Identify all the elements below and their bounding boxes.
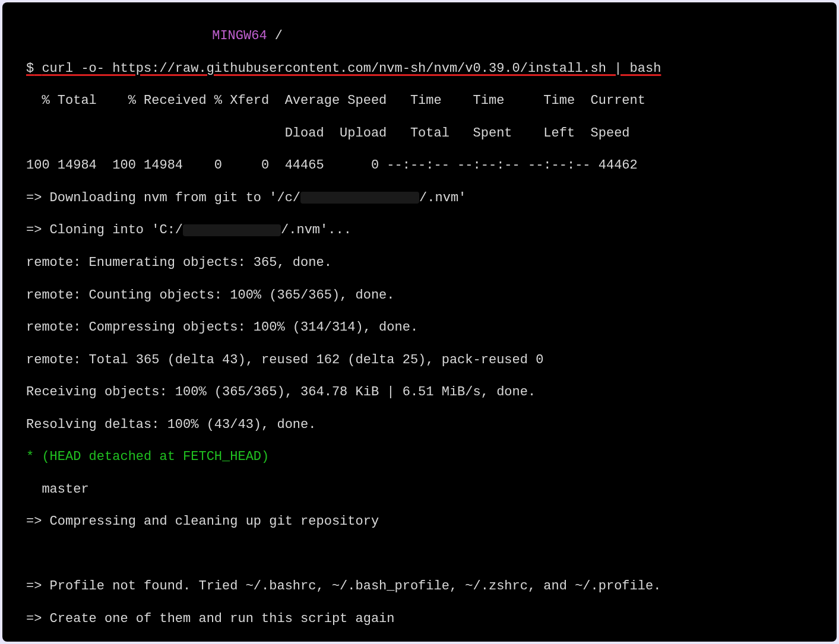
prompt-host-line: MINGW64 / bbox=[26, 28, 832, 44]
profile-line-2: => Create one of them and run this scrip… bbox=[26, 611, 832, 627]
download-line-1: => Downloading nvm from git to '/c//.nvm… bbox=[26, 190, 832, 206]
terminal-window[interactable]: MINGW64 / $ curl -o- https://raw.githubu… bbox=[2, 2, 837, 642]
head-detached-line: * (HEAD detached at FETCH_HEAD) bbox=[26, 449, 832, 465]
profile-line-1: => Profile not found. Tried ~/.bashrc, ~… bbox=[26, 578, 832, 594]
git-output-3: remote: Compressing objects: 100% (314/3… bbox=[26, 319, 832, 335]
git-output-6: Resolving deltas: 100% (43/43), done. bbox=[26, 417, 832, 433]
prompt-dollar: $ bbox=[26, 61, 34, 76]
curl-header-1: % Total % Received % Xferd Average Speed… bbox=[26, 93, 832, 109]
command-text: curl -o- https://raw.githubusercontent.c… bbox=[42, 61, 661, 76]
redacted-path-1 bbox=[300, 192, 419, 204]
cwd-path: / bbox=[275, 28, 283, 43]
compress-line: => Compressing and cleaning up git repos… bbox=[26, 513, 832, 529]
curl-stats: 100 14984 100 14984 0 0 44465 0 --:--:--… bbox=[26, 157, 832, 173]
git-output-5: Receiving objects: 100% (365/365), 364.7… bbox=[26, 384, 832, 400]
git-output-2: remote: Counting objects: 100% (365/365)… bbox=[26, 287, 832, 303]
shell-label: MINGW64 bbox=[212, 28, 267, 43]
prompt-command-line: $ curl -o- https://raw.githubusercontent… bbox=[26, 61, 832, 77]
redacted-path-2 bbox=[183, 224, 281, 236]
branch-master: master bbox=[26, 481, 832, 497]
head-detached-text: (HEAD detached at FETCH_HEAD) bbox=[42, 449, 269, 464]
redacted-hostname bbox=[26, 29, 204, 42]
download-line-2: => Cloning into 'C://.nvm'... bbox=[26, 222, 832, 238]
blank-1 bbox=[26, 546, 832, 562]
git-output-1: remote: Enumerating objects: 365, done. bbox=[26, 255, 832, 271]
curl-header-2: Dload Upload Total Spent Left Speed bbox=[26, 125, 832, 141]
git-output-4: remote: Total 365 (delta 43), reused 162… bbox=[26, 352, 832, 368]
